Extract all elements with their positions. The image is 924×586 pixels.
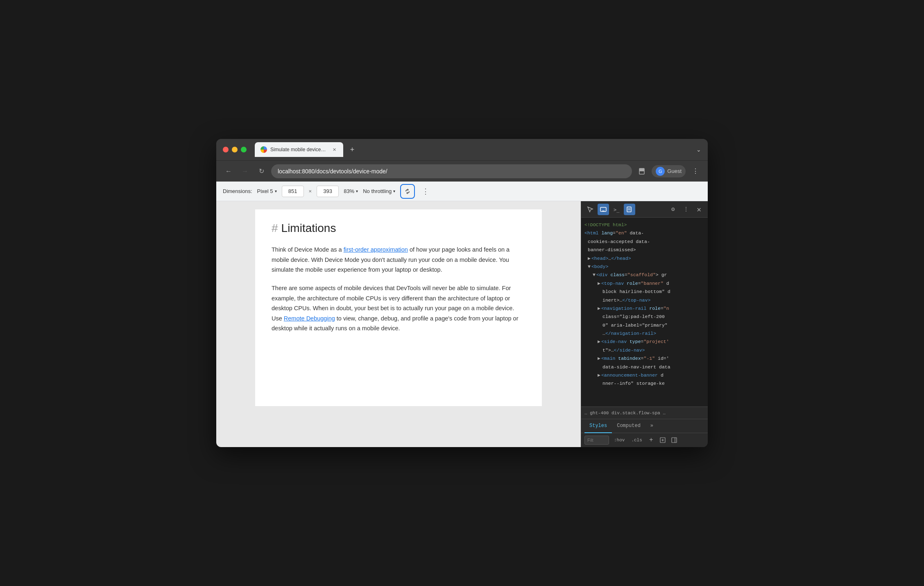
devtools-panel: >_ ⚙ ⋮ ✕ <!DOCTYPE html> < [581, 201, 708, 447]
devtools-filter-row: :hov .cls + [581, 433, 708, 447]
nav-rail-aria: 0" aria-label="primary" [583, 321, 706, 329]
more-tabs-button[interactable]: ⌄ [696, 146, 701, 153]
heading-text: Limitations [281, 222, 336, 235]
svg-rect-9 [672, 438, 677, 443]
address-bar-right: G Guest ⋮ [635, 165, 702, 178]
svg-rect-5 [627, 207, 631, 212]
toggle-sidebar-button[interactable] [670, 436, 678, 444]
side-nav-line: ▶<side-nav type="project' [583, 338, 706, 346]
height-input[interactable] [317, 186, 339, 197]
side-nav-close: t">…</side-nav> [583, 346, 706, 354]
page-heading: # Limitations [272, 222, 525, 235]
main-line: ▶<main tabindex="-1" id=' [583, 354, 706, 363]
width-input[interactable] [282, 186, 304, 197]
page-content: # Limitations Think of Device Mode as a … [255, 209, 542, 406]
device-select[interactable]: Pixel 5 [257, 188, 277, 194]
body-line: ▼<body> [583, 263, 706, 271]
para1-link[interactable]: first-order approximation [344, 246, 408, 253]
more-options-button[interactable]: ⋮ [420, 186, 431, 197]
nav-rail-class: class="lg:pad-left-200 [583, 313, 706, 321]
close-button[interactable] [223, 147, 229, 152]
chrome-favicon [260, 146, 267, 153]
forward-button[interactable]: → [238, 165, 251, 178]
throttle-select[interactable]: No throttling [363, 188, 395, 194]
traffic-lights [223, 147, 247, 152]
tab-more[interactable]: » [645, 419, 658, 433]
dimension-separator: × [309, 188, 312, 194]
bookmark-button[interactable] [635, 165, 648, 178]
profile-button[interactable]: G Guest [652, 165, 686, 177]
devtools-toolbar: >_ ⚙ ⋮ ✕ [581, 201, 708, 218]
html-attr-line1: cookies-accepted data- [583, 238, 706, 246]
html-tree: <!DOCTYPE html> <html lang="en" data- co… [581, 218, 708, 407]
address-value: localhost:8080/docs/devtools/device-mode… [278, 168, 387, 175]
close-devtools-button[interactable]: ✕ [693, 203, 704, 216]
nav-rail-close: …</navigation-rail> [583, 329, 706, 338]
paragraph-2: There are some aspects of mobile devices… [272, 283, 525, 334]
para1-text-before: Think of Device Mode as a [272, 246, 344, 253]
title-bar: Simulate mobile devices with D ✕ + ⌄ [216, 139, 708, 160]
breadcrumb: … ght-400 div.stack.flow-spa … [581, 407, 708, 419]
sources-button[interactable] [624, 204, 635, 215]
device-toolbar: Dimensions: Pixel 5 × 83% No throttling … [216, 182, 708, 201]
new-tab-button[interactable]: + [346, 144, 358, 155]
back-button[interactable]: ← [222, 165, 235, 178]
heading-hash: # [272, 222, 278, 235]
html-open-line: <html lang="en" data- [583, 229, 706, 237]
viewport: # Limitations Think of Device Mode as a … [216, 201, 581, 447]
minimize-button[interactable] [232, 147, 238, 152]
main-area: # Limitations Think of Device Mode as a … [216, 201, 708, 447]
filter-input[interactable] [584, 436, 609, 445]
filter-cls[interactable]: .cls [630, 437, 643, 443]
main-attrs: data-side-nav-inert data [583, 363, 706, 371]
menu-button[interactable]: ⋮ [689, 165, 702, 178]
address-bar-row: ← → ↻ localhost:8080/docs/devtools/devic… [216, 160, 708, 182]
settings-button[interactable]: ⚙ [667, 204, 679, 215]
profile-avatar: G [656, 167, 665, 176]
svg-rect-3 [602, 211, 605, 211]
refresh-button[interactable]: ↻ [255, 165, 268, 178]
rotate-button[interactable] [400, 184, 415, 199]
breadcrumb-text: … ght-400 div.stack.flow-spa … [584, 411, 666, 416]
tabs-area: Simulate mobile devices with D ✕ + [255, 142, 691, 157]
dimensions-label: Dimensions: [223, 188, 252, 194]
browser-window: Simulate mobile devices with D ✕ + ⌄ ← →… [216, 139, 708, 447]
device-mode-button[interactable] [598, 204, 609, 215]
devtools-tabs: Styles Computed » [581, 419, 708, 433]
html-attr-line2: banner-dismissed> [583, 246, 706, 254]
profile-label: Guest [667, 168, 682, 174]
tab-close-button[interactable]: ✕ [331, 146, 337, 153]
top-nav-close: inert>…</top-nav> [583, 296, 706, 304]
filter-hov[interactable]: :hov [612, 437, 626, 443]
paragraph-1: Think of Device Mode as a first-order ap… [272, 245, 525, 275]
active-tab[interactable]: Simulate mobile devices with D ✕ [255, 142, 343, 157]
tab-title: Simulate mobile devices with D [270, 147, 328, 152]
svg-text:>_: >_ [614, 207, 620, 213]
element-state-button[interactable] [659, 436, 667, 444]
doctype-line: <!DOCTYPE html> [583, 221, 706, 229]
top-nav-class: block hairline-bottom" d [583, 288, 706, 296]
announcement-line: ▶<announcement-banner d [583, 371, 706, 379]
zoom-select[interactable]: 83% [344, 188, 358, 194]
head-line: ▶<head>…</head> [583, 254, 706, 263]
tab-computed[interactable]: Computed [612, 419, 645, 433]
maximize-button[interactable] [241, 147, 247, 152]
address-input[interactable]: localhost:8080/docs/devtools/device-mode… [271, 164, 632, 178]
title-bar-right: ⌄ [696, 146, 701, 153]
console-button[interactable]: >_ [611, 204, 622, 215]
top-nav-line: ▶<top-nav role="banner" d [583, 279, 706, 288]
scaffold-line: ▼<div class="scaffold"> gr [583, 271, 706, 279]
announcement-attrs: nner--info" storage-ke [583, 379, 706, 388]
tab-styles[interactable]: Styles [584, 419, 612, 433]
more-button[interactable]: ⋮ [680, 204, 692, 215]
nav-rail-line: ▶<navigation-rail role="n [583, 304, 706, 313]
svg-rect-1 [639, 168, 644, 171]
inspect-element-button[interactable] [584, 204, 596, 215]
add-style-button[interactable]: + [647, 436, 655, 444]
devtools-bottom: … ght-400 div.stack.flow-spa … Styles Co… [581, 407, 708, 447]
para2-link[interactable]: Remote Debugging [284, 315, 335, 322]
